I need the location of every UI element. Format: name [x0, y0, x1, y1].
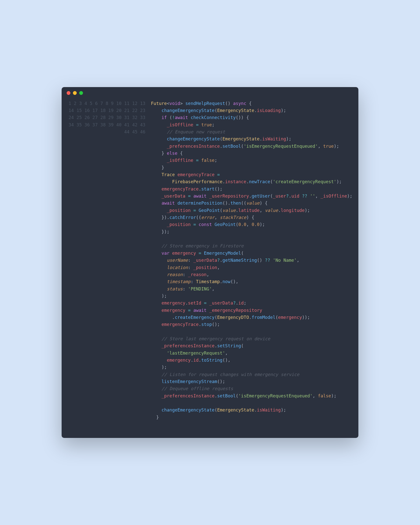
code-line: emergencyTrace.start();	[151, 185, 352, 193]
code-line: // Store emergency in Firestore	[151, 242, 352, 249]
code-line: .createEmergency(EmergencyDTO.fromModel(…	[151, 314, 352, 321]
code-line: _preferencesInstance.setString(	[151, 342, 352, 349]
minimize-icon[interactable]	[73, 91, 77, 95]
code-line: });	[151, 228, 352, 235]
code-line: );	[151, 364, 352, 371]
code-line	[151, 399, 352, 406]
code-line: listenEmergencyStream();	[151, 378, 352, 385]
code-line: reason: _reason,	[151, 271, 352, 278]
code-line: if (!await checkConnectivity()) {	[151, 114, 352, 121]
code-line: status: 'PENDING',	[151, 285, 352, 292]
code-line: _userData = await _userRepository.getUse…	[151, 193, 352, 200]
code-line: _isOffline = true;	[151, 121, 352, 128]
code-line: // Enqueue new request	[151, 128, 352, 135]
code-area: 1 2 3 4 5 6 7 8 9 10 11 12 13 14 15 16 1…	[62, 95, 358, 438]
code-line: _isOffline = false;	[151, 157, 352, 164]
code-line: emergency.id.toString(),	[151, 357, 352, 364]
code-line: changeEmergencyState(EmergencyState.isWa…	[151, 135, 352, 142]
code-line: emergencyTrace.stop();	[151, 321, 352, 328]
code-line: }	[151, 414, 352, 421]
code-line: // Dequeue offline requests	[151, 385, 352, 392]
line-number-gutter: 1 2 3 4 5 6 7 8 9 10 11 12 13 14 15 16 1…	[64, 100, 151, 428]
code-line: }).catchError((error, stackTrace) {	[151, 214, 352, 221]
code-line: location: _position,	[151, 264, 352, 271]
window-titlebar	[62, 87, 358, 95]
code-line: // Store last emergency request on devic…	[151, 335, 352, 342]
code-line: FirebasePerformance.instance.newTrace('c…	[151, 178, 352, 185]
code-line: changeEmergencyState(EmergencyState.isWa…	[151, 406, 352, 414]
code-line: var emergency = EmergencyModel(	[151, 250, 352, 257]
code-line: emergency = await _emergencyRepository	[151, 307, 352, 314]
code-line	[151, 328, 352, 335]
code-line: );	[151, 292, 352, 299]
code-line: // Listen for request changes with emerg…	[151, 371, 352, 378]
code-line: emergency.setId = _userData?.id;	[151, 299, 352, 307]
code-line: 'lastEmergencyRequest',	[151, 350, 352, 357]
code-line: _position = const GeoPoint(0.0, 0.0);	[151, 221, 352, 228]
code-line	[151, 421, 352, 428]
code-content[interactable]: Future<void> sendHelpRequest() async { c…	[151, 100, 352, 428]
code-line: userName: _userData?.getNameString() ?? …	[151, 257, 352, 264]
code-line: timestamp: Timestamp.now(),	[151, 278, 352, 285]
code-line: Future<void> sendHelpRequest() async {	[151, 100, 352, 107]
code-line	[151, 235, 352, 242]
code-line: } else {	[151, 150, 352, 157]
code-line: Trace emergencyTrace =	[151, 171, 352, 178]
code-line: _preferencesInstance.setBool('isEmergenc…	[151, 392, 352, 399]
close-icon[interactable]	[67, 91, 70, 95]
code-line: _preferencesInstance.setBool('isEmergenc…	[151, 143, 352, 150]
code-editor-window: 1 2 3 4 5 6 7 8 9 10 11 12 13 14 15 16 1…	[62, 87, 358, 438]
code-line: changeEmergencyState(EmergencyState.isLo…	[151, 107, 352, 114]
code-line: await determinePosition().then((value) {	[151, 200, 352, 207]
code-line: }	[151, 164, 352, 171]
zoom-icon[interactable]	[79, 91, 83, 95]
code-line: _position = GeoPoint(value.latitude, val…	[151, 207, 352, 214]
